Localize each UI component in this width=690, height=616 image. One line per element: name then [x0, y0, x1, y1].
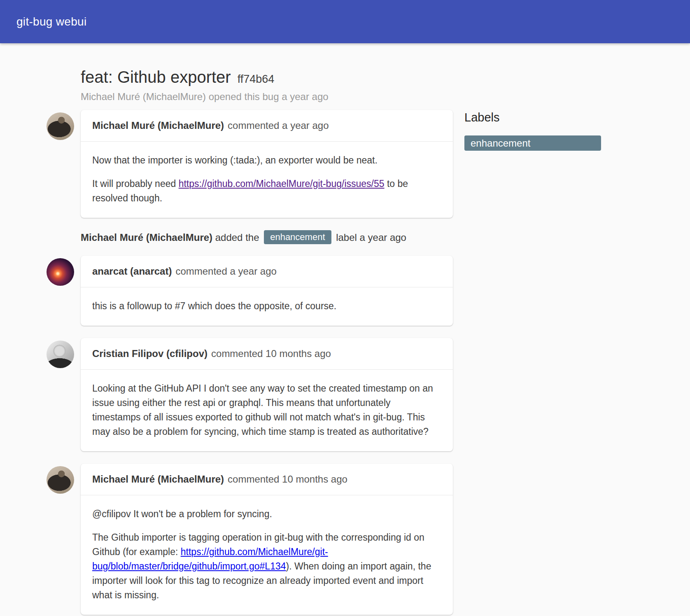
michaelmure-avatar [47, 466, 74, 494]
comment-meta: commented a year ago [228, 120, 329, 131]
comment-meta: commented a year ago [175, 266, 276, 277]
comment-body: @cfilipov It won't be a problem for sync… [81, 495, 453, 615]
comment-card: anarcat (anarcat)commented a year agothi… [81, 256, 453, 326]
bug-title: feat: Github exporter [81, 68, 231, 86]
comment-body: this is a followup to #7 which does the … [81, 287, 453, 326]
comment-text: @cfilipov It won't be a problem for sync… [92, 509, 272, 519]
anarcat-avatar [47, 258, 74, 286]
comment-meta: commented 10 months ago [228, 474, 347, 485]
label-list: enhancement [464, 135, 601, 151]
label-event-row: Michael Muré (MichaelMure) added the enh… [47, 230, 453, 244]
cfilipov-avatar [47, 341, 74, 368]
content-row: Michael Muré (MichaelMure)commented a ye… [47, 110, 690, 616]
comment-text: Looking at the GitHub API I don't see an… [92, 383, 433, 437]
bug-hash: ff74b64 [238, 73, 275, 86]
app-title: git-bug webui [16, 15, 86, 28]
comment-body: Now that the importer is working (:tada:… [81, 142, 453, 218]
comment-text: this is a followup to #7 which does the … [92, 301, 336, 311]
comment-link[interactable]: https://github.com/MichaelMure/git-bug/i… [179, 178, 385, 189]
comment-author: Michael Muré (MichaelMure) [92, 474, 224, 485]
comment-header: Cristian Filipov (cfilipov)commented 10 … [81, 338, 453, 370]
event-text: added the [212, 232, 262, 243]
comment-body: Looking at the GitHub API I don't see an… [81, 370, 453, 451]
comment-row: Michael Muré (MichaelMure)commented a ye… [47, 110, 453, 218]
comment-card: Michael Muré (MichaelMure)commented a ye… [81, 110, 453, 218]
comment-paragraph: The Github importer is tagging operation… [92, 530, 441, 602]
bug-opened-line: Michael Muré (MichaelMure) opened this b… [81, 91, 690, 103]
comment-header: Michael Muré (MichaelMure)commented 10 m… [81, 464, 453, 495]
app-bar: git-bug webui [0, 0, 690, 43]
comment-paragraph: @cfilipov It won't be a problem for sync… [92, 507, 441, 521]
bug-header: feat: Github exporter ff74b64 Michael Mu… [81, 68, 690, 103]
comment-text: It will probably need [92, 178, 179, 189]
comment-text: Now that the importer is working (:tada:… [92, 155, 378, 166]
michaelmure-avatar [47, 112, 74, 140]
comment-row: Cristian Filipov (cfilipov)commented 10 … [47, 338, 453, 451]
comment-meta: commented 10 months ago [211, 348, 331, 359]
label-chip: enhancement [464, 135, 601, 151]
labels-sidebar: Labels enhancement [464, 110, 601, 155]
comment-paragraph: this is a followup to #7 which does the … [92, 299, 441, 313]
event-text: label a year ago [333, 232, 406, 243]
labels-heading: Labels [464, 111, 601, 124]
comment-author: Michael Muré (MichaelMure) [92, 120, 224, 131]
label-chip: enhancement [264, 230, 331, 244]
comment-header: anarcat (anarcat)commented a year ago [81, 256, 453, 287]
timeline: Michael Muré (MichaelMure)commented a ye… [47, 110, 453, 616]
comment-card: Cristian Filipov (cfilipov)commented 10 … [81, 338, 453, 451]
comment-row: anarcat (anarcat)commented a year agothi… [47, 256, 453, 326]
comment-paragraph: Looking at the GitHub API I don't see an… [92, 381, 441, 439]
comment-paragraph: Now that the importer is working (:tada:… [92, 153, 441, 168]
comment-header: Michael Muré (MichaelMure)commented a ye… [81, 110, 453, 142]
comment-author: anarcat (anarcat) [92, 266, 172, 277]
comment-paragraph: It will probably need https://github.com… [92, 177, 441, 205]
comment-card: Michael Muré (MichaelMure)commented 10 m… [81, 464, 453, 615]
event-text: Michael Muré (MichaelMure) [81, 232, 212, 243]
comment-row: Michael Muré (MichaelMure)commented 10 m… [47, 464, 453, 615]
comment-author: Cristian Filipov (cfilipov) [92, 348, 207, 359]
